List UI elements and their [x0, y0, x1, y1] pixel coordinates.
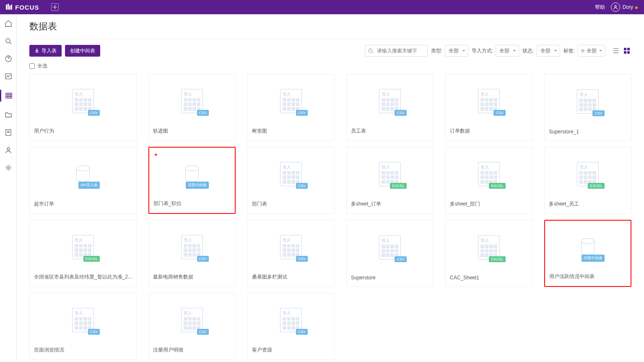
- nav-datatable-icon[interactable]: [5, 91, 13, 100]
- card-title: 注册用户明细: [149, 346, 235, 359]
- help-link[interactable]: 帮助: [595, 4, 605, 11]
- card-body: 导入CSV: [347, 220, 433, 275]
- filter-status-label: 状态:: [522, 47, 534, 55]
- nav-settings-icon[interactable]: [4, 164, 13, 172]
- data-card[interactable]: 导入CSV注册用户明细: [148, 293, 236, 360]
- logo[interactable]: FOCUS: [6, 4, 39, 11]
- database-thumb-icon: 关联中间表: [181, 162, 203, 186]
- source-badge: CSV: [493, 110, 506, 116]
- filter-tag-select[interactable]: 全部: [577, 45, 605, 57]
- spreadsheet-thumb-icon: 导入CSV: [280, 162, 302, 186]
- nav-resource-icon[interactable]: [4, 128, 13, 137]
- svg-rect-0: [6, 5, 7, 10]
- spreadsheet-thumb-icon: 导入CSV: [72, 89, 94, 113]
- card-title: Superstore: [347, 275, 433, 286]
- card-title: 用户行为: [30, 128, 136, 141]
- card-body: 导入CSV: [149, 293, 235, 346]
- filter-status-select[interactable]: 全部: [537, 45, 560, 57]
- select-all-label: 全选: [37, 63, 47, 70]
- import-icon: [34, 48, 39, 54]
- search-input[interactable]: [365, 45, 428, 57]
- card-title: CAC_Sheet1: [446, 275, 532, 286]
- select-all-checkbox[interactable]: [29, 63, 35, 69]
- view-grid-button[interactable]: [622, 46, 631, 55]
- data-card[interactable]: API导入表超市订单: [29, 147, 137, 214]
- source-badge: CSV: [395, 256, 407, 262]
- nav-home-icon[interactable]: [4, 19, 13, 28]
- nav-chart-icon[interactable]: [4, 72, 13, 81]
- tag-dot-icon: [581, 49, 584, 52]
- data-card[interactable]: 导入EXCEL多sheet_员工: [544, 147, 631, 214]
- spreadsheet-thumb-icon: 导入EXCEL: [478, 162, 500, 186]
- data-card[interactable]: ♥关联中间表部门表_职位: [148, 147, 236, 214]
- data-card[interactable]: 导入EXCEL多sheet_部门: [445, 147, 532, 214]
- data-card[interactable]: 导入EXCEL多sheet_订单: [346, 147, 434, 214]
- nav-search-icon[interactable]: [4, 37, 13, 45]
- card-title: 订单数据: [446, 128, 532, 141]
- data-card[interactable]: 导入EXCELCAC_Sheet1: [445, 220, 532, 287]
- data-card[interactable]: 导入CSV客户资源: [247, 293, 335, 360]
- card-body: 关联中间表: [149, 148, 235, 200]
- source-badge: CSV: [592, 110, 605, 116]
- data-card[interactable]: 导入CSV桑基图多栏测试: [247, 220, 335, 287]
- source-badge: EXCEL: [489, 183, 506, 189]
- data-card[interactable]: 导入EXCEL全国省区市县列表及经纬度_暂以此为准_2...: [29, 220, 137, 287]
- source-badge: CSV: [395, 110, 407, 116]
- svg-rect-1: [8, 4, 9, 10]
- spreadsheet-thumb-icon: 导入EXCEL: [478, 235, 500, 260]
- select-all-row[interactable]: 全选: [29, 63, 631, 70]
- data-card[interactable]: 导入CSV部门表: [247, 147, 335, 214]
- import-button-label: 导入表: [42, 47, 57, 55]
- search-box: [365, 45, 428, 57]
- source-badge: EXCEL: [390, 183, 407, 189]
- data-card[interactable]: 问答中间表用户活跃情况中间表: [544, 220, 631, 287]
- svg-rect-13: [624, 48, 626, 50]
- card-title: 客户资源: [248, 346, 334, 359]
- data-card[interactable]: 导入CSV页面浏览情况: [29, 293, 137, 360]
- card-title: 多sheet_员工: [545, 201, 631, 214]
- view-list-button[interactable]: [611, 46, 621, 55]
- card-body: 导入CSV: [149, 74, 235, 128]
- user-name: Dory: [623, 4, 633, 10]
- vip-diamond-icon: ◆: [635, 5, 638, 10]
- add-button[interactable]: [51, 3, 59, 11]
- topbar: FOCUS 帮助 Dory ◆: [0, 0, 644, 14]
- brand-text: FOCUS: [15, 4, 39, 11]
- filter-import-select[interactable]: 全部: [496, 45, 519, 57]
- data-card[interactable]: 导入CSV轨迹图: [148, 74, 236, 141]
- data-card[interactable]: 导入CSVSuperstore: [346, 220, 434, 287]
- source-badge: CSV: [296, 110, 308, 116]
- nav-user-icon[interactable]: [4, 146, 13, 154]
- svg-rect-2: [9, 5, 10, 10]
- data-card[interactable]: 导入CSV树形图: [247, 74, 335, 141]
- spreadsheet-thumb-icon: 导入CSV: [280, 308, 302, 332]
- toolbar: 导入表 创建中间表 类型: 全部 导入方式: 全部 状态: 全部: [29, 45, 631, 57]
- card-body: API导入表: [30, 147, 136, 201]
- card-body: 导入CSV: [347, 74, 433, 128]
- source-badge: EXCEL: [489, 256, 506, 262]
- data-card[interactable]: 导入CSV用户行为: [29, 74, 137, 141]
- nav-help-icon[interactable]: [4, 55, 13, 63]
- import-button[interactable]: 导入表: [29, 45, 62, 57]
- create-intermediate-button[interactable]: 创建中间表: [65, 45, 100, 57]
- data-card[interactable]: 导入CSVSuperstore_1: [544, 74, 631, 141]
- svg-rect-15: [624, 51, 626, 54]
- card-body: 导入EXCEL: [446, 220, 532, 275]
- user-menu[interactable]: Dory ◆: [611, 3, 638, 12]
- card-title: 多sheet_订单: [347, 201, 433, 214]
- card-body: 导入CSV: [30, 74, 136, 128]
- spreadsheet-thumb-icon: 导入CSV: [577, 89, 599, 114]
- data-card[interactable]: 导入CSV订单数据: [445, 74, 532, 141]
- spreadsheet-thumb-icon: 导入CSV: [72, 308, 94, 332]
- source-badge: EXCEL: [588, 183, 605, 189]
- svg-rect-8: [6, 93, 12, 98]
- nav-folder-icon[interactable]: [4, 111, 13, 119]
- filter-type-label: 类型:: [431, 47, 442, 55]
- data-card[interactable]: 导入CSV最新电商销售数据: [148, 220, 236, 287]
- spreadsheet-thumb-icon: 导入CSV: [379, 235, 401, 260]
- filter-type-select[interactable]: 全部: [445, 45, 468, 57]
- card-body: 导入EXCEL: [545, 147, 631, 201]
- card-body: 导入CSV: [545, 74, 631, 129]
- source-badge: CSV: [88, 110, 100, 116]
- data-card[interactable]: 导入CSV员工表: [346, 74, 434, 141]
